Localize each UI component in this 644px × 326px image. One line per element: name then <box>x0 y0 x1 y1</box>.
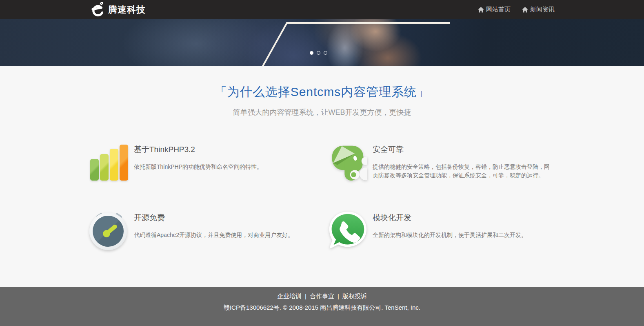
top-navbar: 腾速科技 网站首页 新闻资讯 <box>0 0 644 19</box>
site-logo[interactable]: 腾速科技 <box>89 2 146 18</box>
logo-text: 腾速科技 <box>108 4 146 16</box>
home-icon <box>522 7 528 13</box>
features-grid: 基于ThinkPHP3.2 依托新版ThinkPHP的功能优势和命名空间的特性。 <box>83 143 561 250</box>
why-section: 「为什么选择Sentcms内容管理系统」 简单强大的内容管理系统，让WEB开发更… <box>0 66 644 287</box>
logo-e-icon <box>89 2 106 18</box>
feature-title: 模块化开发 <box>373 212 527 223</box>
feature-desc: 全新的架构和模块化的开发机制，便于灵活扩展和二次开发。 <box>373 231 527 239</box>
feature-desc: 提供的稳健的安全策略，包括备份恢复，容错，防止恶意攻击登陆，网页防篡改等多项安全… <box>373 163 555 180</box>
carousel-dot-3[interactable] <box>324 51 327 55</box>
feature-thinkphp: 基于ThinkPHP3.2 依托新版ThinkPHP的功能优势和命名空间的特性。 <box>83 143 322 182</box>
home-icon <box>478 7 484 13</box>
nav-item-home[interactable]: 网站首页 <box>478 6 511 13</box>
feature-modular: 模块化开发 全新的架构和模块化的开发机制，便于灵活扩展和二次开发。 <box>322 211 561 250</box>
carousel-dot-2[interactable] <box>317 51 320 55</box>
footer-links: 企业培训|合作事宜|版权投诉 <box>0 293 644 300</box>
bar-chart-icon <box>89 143 129 182</box>
main-nav: 网站首页 新闻资讯 <box>478 6 555 13</box>
section-title: 「为什么选择Sentcms内容管理系统」 <box>0 84 644 100</box>
evernote-elephant-icon <box>328 143 367 182</box>
footer-link-copyright-complaint[interactable]: 版权投诉 <box>342 293 367 299</box>
hero-carousel <box>0 19 644 66</box>
footer-separator: | <box>338 293 339 299</box>
nav-item-news[interactable]: 新闻资讯 <box>522 6 555 13</box>
footer-copyright: 赣ICP备13006622号. © 2008-2015 南昌腾速科技有限公司. … <box>0 304 644 312</box>
carousel-dots <box>310 51 327 55</box>
footer-link-training[interactable]: 企业培训 <box>277 293 302 299</box>
whatsapp-icon <box>328 211 367 250</box>
carousel-dot-1[interactable] <box>310 51 313 55</box>
feature-desc: 代码遵循Apache2开源协议，并且免费使用，对商业用户友好。 <box>134 231 293 239</box>
feature-opensource: 开源免费 代码遵循Apache2开源协议，并且免费使用，对商业用户友好。 <box>83 211 322 250</box>
nav-item-label: 新闻资讯 <box>530 6 555 13</box>
feature-desc: 依托新版ThinkPHP的功能优势和命名空间的特性。 <box>134 163 262 171</box>
footer-separator: | <box>305 293 306 299</box>
section-subtitle: 简单强大的内容管理系统，让WEB开发更方便，更快捷 <box>0 107 644 117</box>
feature-title: 安全可靠 <box>373 144 555 155</box>
footer-link-cooperation[interactable]: 合作事宜 <box>310 293 334 299</box>
feature-security: 安全可靠 提供的稳健的安全策略，包括备份恢复，容错，防止恶意攻击登陆，网页防篡改… <box>322 143 561 182</box>
stopwatch-icon <box>89 211 129 250</box>
feature-title: 基于ThinkPHP3.2 <box>134 144 262 155</box>
feature-title: 开源免费 <box>134 212 293 223</box>
nav-item-label: 网站首页 <box>486 6 511 13</box>
hero-diagonal-line <box>0 19 644 66</box>
page-footer: 企业培训|合作事宜|版权投诉 赣ICP备13006622号. © 2008-20… <box>0 287 644 326</box>
